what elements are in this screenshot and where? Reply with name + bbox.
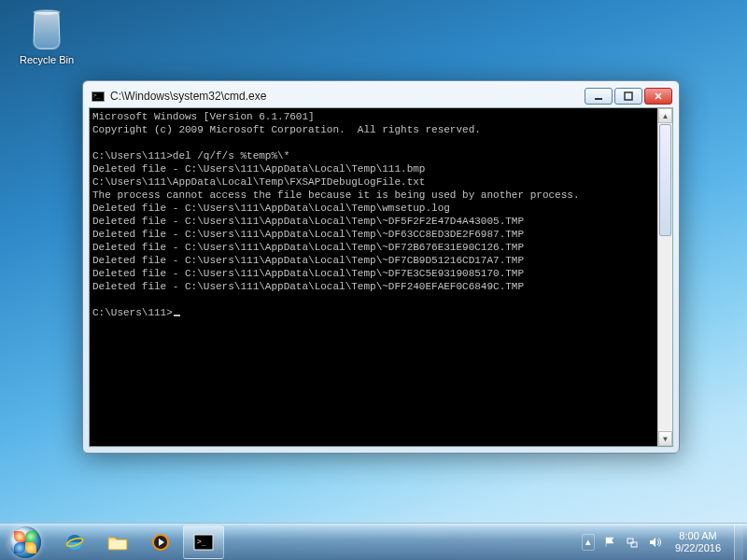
network-icon[interactable]	[625, 535, 640, 550]
titlebar[interactable]: C:\Windows\system32\cmd.exe	[88, 86, 674, 106]
ie-icon	[63, 532, 87, 553]
show-desktop-button[interactable]	[734, 524, 743, 560]
clock-time: 8:00 AM	[675, 530, 721, 542]
volume-icon[interactable]	[647, 535, 662, 550]
taskbar-pinned: >_	[50, 524, 228, 560]
desktop[interactable]: Recycle Bin C:\Windows\system32\cmd.exe …	[0, 0, 747, 560]
taskbar-item-cmd[interactable]: >_	[183, 525, 224, 559]
action-center-icon[interactable]	[602, 535, 617, 550]
start-button[interactable]	[0, 524, 50, 560]
cmd-icon	[92, 91, 105, 102]
clock-date: 9/22/2016	[675, 542, 721, 554]
taskbar-item-internet-explorer[interactable]	[54, 525, 95, 559]
recycle-bin-icon	[26, 9, 67, 50]
taskbar-item-media-player[interactable]	[140, 525, 181, 559]
recycle-bin-label: Recycle Bin	[13, 54, 80, 65]
system-tray: ▴ 8:00 AM 9/22/2016	[574, 524, 747, 560]
scroll-up-button[interactable]: ▲	[658, 108, 672, 123]
cmd-window[interactable]: C:\Windows\system32\cmd.exe Microsoft Wi…	[82, 80, 680, 454]
svg-rect-1	[625, 92, 632, 100]
cmd-client: Microsoft Windows [Version 6.1.7601] Cop…	[89, 107, 673, 447]
svg-rect-4	[109, 540, 126, 549]
cmd-task-icon: >_	[191, 532, 216, 553]
taskbar: >_ ▴ 8:00 AM 9/22/2016	[0, 523, 747, 560]
terminal-cursor	[174, 315, 180, 316]
svg-rect-0	[595, 98, 602, 100]
close-button[interactable]	[644, 88, 672, 105]
recycle-bin[interactable]: Recycle Bin	[13, 9, 80, 65]
terminal-scrollbar[interactable]: ▲ ▼	[657, 108, 672, 446]
tray-expand-button[interactable]: ▴	[582, 534, 595, 551]
svg-text:>_: >_	[197, 538, 206, 546]
scroll-thumb[interactable]	[659, 124, 671, 236]
terminal-output[interactable]: Microsoft Windows [Version 6.1.7601] Cop…	[90, 108, 657, 446]
taskbar-clock[interactable]: 8:00 AM 9/22/2016	[669, 530, 726, 554]
maximize-button[interactable]	[614, 88, 642, 105]
minimize-button[interactable]	[585, 88, 613, 105]
media-player-icon	[148, 532, 173, 553]
folder-icon	[106, 532, 130, 553]
taskbar-item-explorer[interactable]	[97, 525, 138, 559]
window-title: C:\Windows\system32\cmd.exe	[110, 90, 585, 103]
scroll-down-button[interactable]: ▼	[658, 431, 672, 446]
windows-logo-icon	[9, 526, 41, 558]
